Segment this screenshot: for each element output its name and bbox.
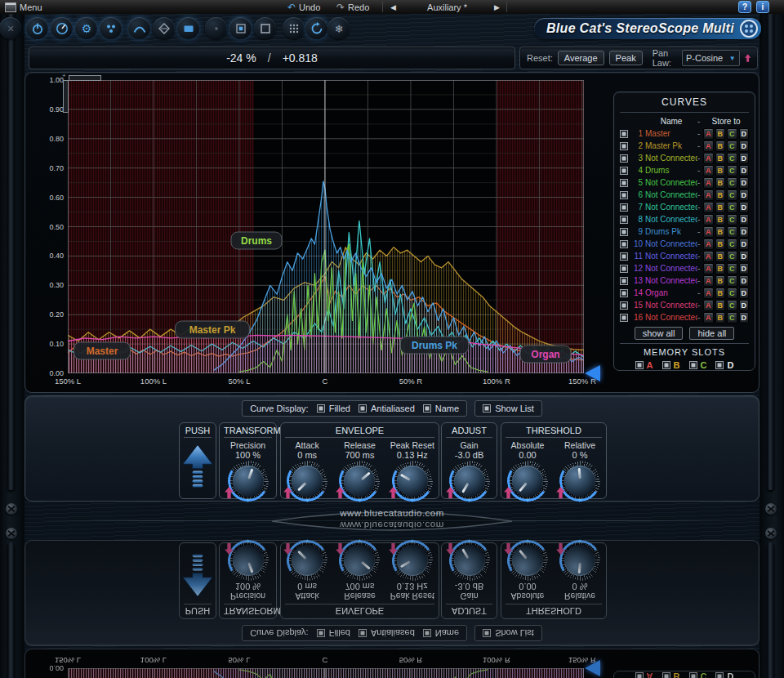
store-a-button[interactable]: A <box>703 141 714 152</box>
reset-peak-button[interactable]: Peak <box>609 51 643 65</box>
gear-icon[interactable]: ⚙ <box>75 17 97 39</box>
refresh-icon[interactable] <box>305 17 327 39</box>
store-a-button[interactable]: A <box>703 128 714 140</box>
curve-icon[interactable] <box>128 17 150 39</box>
curve-visible-checkbox[interactable] <box>620 179 628 187</box>
default-value-arrow-icon[interactable] <box>504 487 513 498</box>
store-a-button[interactable]: A <box>703 251 714 262</box>
store-c-button[interactable]: C <box>727 288 737 299</box>
menu-button[interactable]: Menu <box>5 1 42 13</box>
store-c-button[interactable]: C <box>727 263 737 274</box>
show-all-button[interactable]: show all <box>635 327 684 340</box>
store-a-button[interactable]: A <box>703 239 714 250</box>
store-b-button[interactable]: B <box>715 153 726 164</box>
store-a-button[interactable]: A <box>703 202 714 213</box>
push-up-arrow-button[interactable] <box>181 443 214 490</box>
info-button[interactable]: i <box>756 1 769 13</box>
curve-visible-checkbox[interactable] <box>620 240 628 248</box>
store-d-button[interactable]: D <box>739 288 750 299</box>
store-d-button[interactable]: D <box>739 300 750 311</box>
filled-checkbox[interactable] <box>317 404 325 413</box>
bypass-icon[interactable]: ✕ <box>0 17 21 39</box>
store-c-button[interactable]: C <box>727 226 737 238</box>
gain-knob[interactable]: ▼ <box>449 461 490 502</box>
store-c-button[interactable]: C <box>727 141 737 152</box>
grid-icon[interactable] <box>283 17 305 39</box>
absolute-knob[interactable]: ▼ <box>507 461 548 502</box>
store-b-button[interactable]: B <box>715 251 726 262</box>
default-value-arrow-icon[interactable] <box>446 487 455 498</box>
antialiased-checkbox[interactable] <box>359 404 367 413</box>
store-b-button[interactable]: B <box>715 275 726 287</box>
store-d-button[interactable]: D <box>739 263 750 274</box>
store-d-button[interactable]: D <box>739 251 750 262</box>
default-value-arrow-icon[interactable] <box>225 487 234 498</box>
store-a-button[interactable]: A <box>703 214 714 225</box>
hide-all-button[interactable]: hide all <box>689 327 734 340</box>
dots-icon[interactable] <box>100 17 122 39</box>
curve-visible-checkbox[interactable] <box>620 191 628 199</box>
knob-icon[interactable] <box>51 17 73 39</box>
store-d-button[interactable]: D <box>739 141 750 152</box>
store-c-button[interactable]: C <box>727 214 737 225</box>
store-a-button[interactable]: A <box>703 165 714 176</box>
preset-next-button[interactable]: ▶ <box>494 1 500 13</box>
default-value-arrow-icon[interactable] <box>283 487 292 498</box>
store-b-button[interactable]: B <box>715 190 726 201</box>
memory-slot-a-checkbox[interactable] <box>635 361 644 369</box>
store-b-button[interactable]: B <box>715 226 726 238</box>
default-value-arrow-icon[interactable] <box>336 487 345 498</box>
default-value-arrow-icon[interactable] <box>556 487 565 498</box>
square-icon[interactable] <box>254 17 276 39</box>
store-a-button[interactable]: A <box>703 275 714 287</box>
website-link[interactable]: www.bluecataudio.com <box>0 508 784 518</box>
store-a-button[interactable]: A <box>703 226 714 238</box>
curve-visible-checkbox[interactable] <box>620 252 628 261</box>
curve-visible-checkbox[interactable] <box>620 203 628 212</box>
preset-display[interactable]: Auxiliary * <box>404 1 490 13</box>
store-d-button[interactable]: D <box>739 226 750 238</box>
store-c-button[interactable]: C <box>727 300 737 311</box>
store-c-button[interactable]: C <box>727 190 737 201</box>
release-knob[interactable]: ▼ <box>339 461 380 502</box>
pan-law-default-arrow-icon[interactable] <box>745 52 751 64</box>
store-d-button[interactable]: D <box>739 202 750 213</box>
store-b-button[interactable]: B <box>715 312 726 323</box>
preset-prev-button[interactable]: ◀ <box>390 1 396 13</box>
store-d-button[interactable]: D <box>739 128 750 140</box>
undo-button[interactable]: ↶ Undo <box>287 1 320 13</box>
store-a-button[interactable]: A <box>703 177 714 189</box>
store-c-button[interactable]: C <box>727 312 737 323</box>
show-list-checkbox[interactable] <box>483 404 491 413</box>
curve-visible-checkbox[interactable] <box>620 130 628 138</box>
show-list-option[interactable]: Show List <box>483 404 534 413</box>
curve-visible-checkbox[interactable] <box>620 167 628 175</box>
store-d-button[interactable]: D <box>739 177 750 189</box>
store-d-button[interactable]: D <box>739 153 750 164</box>
curve-display-option-filled[interactable]: Filled <box>317 404 350 413</box>
store-a-button[interactable]: A <box>703 190 714 201</box>
store-b-button[interactable]: B <box>715 177 726 189</box>
store-b-button[interactable]: B <box>715 165 726 176</box>
store-b-button[interactable]: B <box>715 300 726 311</box>
memory-slot-d-checkbox[interactable] <box>715 361 724 369</box>
help-button[interactable]: ? <box>738 1 751 13</box>
store-a-button[interactable]: A <box>703 288 714 299</box>
power-icon[interactable] <box>26 17 48 39</box>
store-c-button[interactable]: C <box>727 153 737 164</box>
memory-slot-c-checkbox[interactable] <box>689 361 697 369</box>
curve-display-option-antialiased[interactable]: Antialiased <box>359 404 415 413</box>
curve-display-option-name[interactable]: Name <box>423 404 459 413</box>
store-c-button[interactable]: C <box>727 251 737 262</box>
peak-reset-knob[interactable]: ▼ <box>392 461 433 502</box>
name-checkbox[interactable] <box>423 404 431 413</box>
store-d-button[interactable]: D <box>739 165 750 176</box>
curve-visible-checkbox[interactable] <box>620 142 628 150</box>
store-a-button[interactable]: A <box>703 153 714 164</box>
curve-visible-checkbox[interactable] <box>620 228 628 236</box>
store-b-button[interactable]: B <box>715 202 726 213</box>
store-c-button[interactable]: C <box>727 239 737 250</box>
store-d-button[interactable]: D <box>739 239 750 250</box>
v-zoom-scrollbar[interactable] <box>63 80 69 113</box>
store-b-button[interactable]: B <box>715 288 726 299</box>
